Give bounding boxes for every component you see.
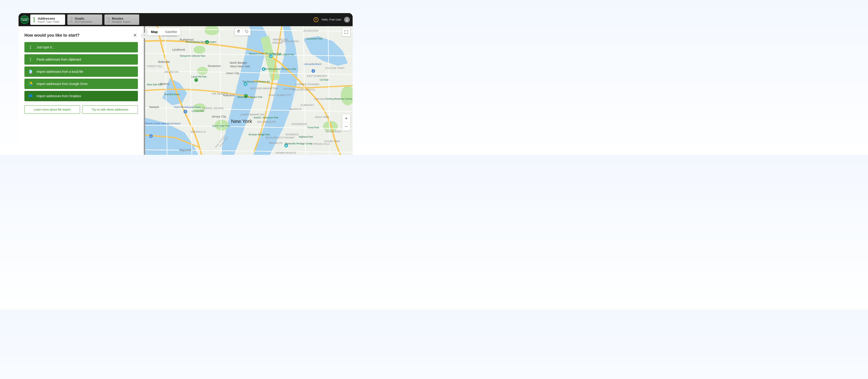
step-number: 1	[32, 16, 36, 24]
step-title: Addresses	[38, 17, 59, 20]
hand-tool-icon[interactable]	[235, 28, 243, 35]
poi-pin[interactable]: 🏛	[244, 82, 247, 86]
sidebar-title: How would you like to start?	[24, 33, 80, 38]
step-tab-routes[interactable]: 3 Routes Navigate. Export	[104, 14, 139, 25]
tag-tool-icon[interactable]	[243, 28, 250, 35]
step-subtitle: Import. Type. Paste	[38, 20, 59, 23]
option-import-local-file[interactable]: Import addresses from a local file	[24, 66, 138, 77]
svg-point-7	[215, 120, 228, 130]
step-tabs: 1 Addresses Import. Type. Paste 2 Goals …	[30, 14, 139, 25]
svg-point-6	[197, 67, 208, 75]
svg-point-5	[193, 46, 205, 54]
poi-pin[interactable]: 🏛	[262, 67, 266, 71]
poi-pin[interactable]: 🏛	[269, 54, 273, 58]
airport-pin[interactable]: ✈	[184, 110, 187, 114]
option-paste-clipboard[interactable]: Paste addresses from clipboard	[24, 54, 138, 65]
option-import-google-drive[interactable]: Import addresses from Google Drive	[24, 78, 138, 89]
cursor-icon	[28, 57, 33, 62]
google-drive-icon	[28, 82, 33, 86]
poi-pin[interactable]: 🌳	[244, 94, 248, 98]
help-icon[interactable]: ?	[313, 17, 318, 22]
step-subtitle: Navigate. Export	[112, 20, 130, 23]
dropbox-icon	[28, 94, 33, 98]
zoom-out-button[interactable]: −	[342, 123, 350, 131]
step-tab-addresses[interactable]: 1 Addresses Import. Type. Paste	[30, 14, 65, 25]
poi-pin[interactable]: 🏛	[284, 144, 288, 147]
logo[interactable]: MY ROUTE ONLINE	[20, 15, 29, 24]
learn-more-button[interactable]: Learn more about file import	[24, 105, 80, 114]
step-title: Goals	[75, 17, 92, 20]
zoom-controls: + −	[342, 114, 350, 131]
file-icon	[28, 69, 33, 74]
sidebar: How would you like to start? ✕ Just type…	[19, 26, 144, 155]
map[interactable]: ★ 🌳 🌳 🏛 🏛 🏛 ✈ ✈ ✈ 🏛 New YorkJersey CityH…	[145, 26, 352, 155]
user-greeting: Hello, Free User	[322, 18, 341, 21]
poi-pin[interactable]: 🌳	[194, 78, 198, 82]
step-subtitle: Set Parameters	[75, 20, 92, 23]
airport-pin[interactable]: ✈	[311, 69, 315, 73]
option-label: Import addresses from Dropbox	[37, 94, 81, 98]
header-bar: MY ROUTE ONLINE 1 Addresses Import. Type…	[19, 13, 352, 26]
option-label: Just type it...	[37, 45, 55, 49]
close-icon[interactable]: ✕	[132, 32, 138, 39]
svg-point-8	[193, 103, 206, 112]
zoom-in-button[interactable]: +	[342, 114, 350, 123]
fullscreen-icon[interactable]	[342, 28, 350, 36]
map-tab-map[interactable]: Map	[147, 28, 161, 35]
map-type-tabs: Map Satellite	[147, 28, 181, 35]
option-type-it[interactable]: Just type it...	[24, 42, 138, 53]
airport-pin[interactable]: ✈	[149, 134, 153, 138]
step-number: 2	[69, 16, 73, 24]
option-import-dropbox[interactable]: Import addresses from Dropbox	[24, 91, 138, 101]
demo-addresses-button[interactable]: Try us with demo addresses	[82, 105, 138, 114]
step-tab-goals[interactable]: 2 Goals Set Parameters	[67, 14, 102, 25]
option-label: Paste addresses from clipboard	[37, 58, 81, 61]
map-tab-satellite[interactable]: Satellite	[161, 28, 181, 35]
logo-text: MY ROUTE ONLINE	[21, 18, 29, 21]
poi-pin[interactable]: ★	[205, 40, 209, 44]
svg-point-1	[31, 72, 32, 73]
step-number: 3	[106, 16, 110, 24]
svg-point-0	[346, 18, 348, 20]
map-tools	[235, 28, 251, 36]
step-title: Routes	[112, 17, 130, 20]
option-label: Import addresses from Google Drive	[37, 82, 88, 86]
user-avatar-icon[interactable]	[344, 17, 350, 23]
cursor-icon	[28, 45, 33, 50]
option-label: Import addresses from a local file	[37, 70, 83, 73]
